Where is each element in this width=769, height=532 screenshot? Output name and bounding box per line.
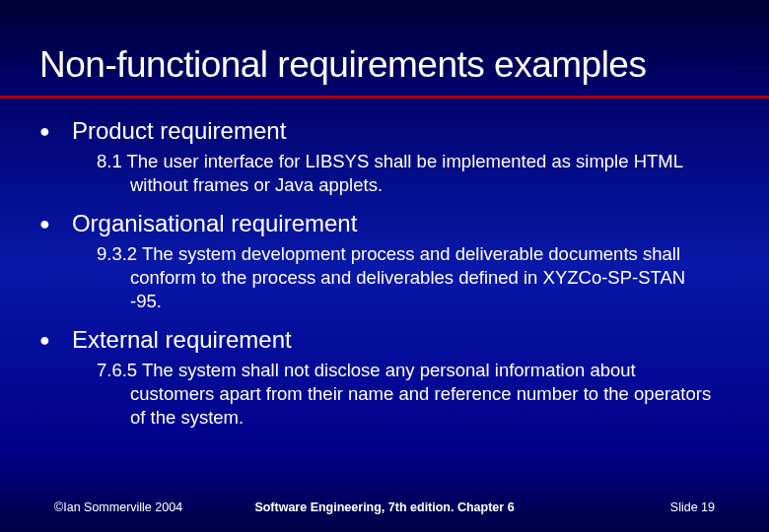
item-header: ● External requirement <box>39 325 730 355</box>
list-item: ● Organisational requirement 9.3.2 The s… <box>39 209 730 313</box>
list-item: ● Product requirement 8.1 The user inter… <box>39 116 730 197</box>
bullet-icon: ● <box>39 116 50 146</box>
slide-title: Non-functional requirements examples <box>39 44 730 96</box>
item-heading: Organisational requirement <box>72 209 358 238</box>
footer-right: Slide 19 <box>670 500 715 514</box>
slide: Non-functional requirements examples ● P… <box>0 0 769 532</box>
item-body: 7.6.5 The system shall not disclose any … <box>73 359 730 430</box>
item-header: ● Organisational requirement <box>39 209 730 238</box>
footer: ©Ian Sommerville 2004 Software Engineeri… <box>0 500 769 514</box>
item-heading: External requirement <box>72 325 292 355</box>
item-body: 8.1 The user interface for LIBSYS shall … <box>73 150 730 197</box>
list-item: ● External requirement 7.6.5 The system … <box>39 325 730 430</box>
footer-center: Software Engineering, 7th edition. Chapt… <box>254 500 514 514</box>
footer-left: ©Ian Sommerville 2004 <box>54 500 182 514</box>
title-block: Non-functional requirements examples <box>0 0 769 99</box>
bullet-icon: ● <box>39 325 50 355</box>
bullet-icon: ● <box>39 209 50 238</box>
item-heading: Product requirement <box>72 116 286 146</box>
content-area: ● Product requirement 8.1 The user inter… <box>0 99 769 430</box>
item-header: ● Product requirement <box>39 116 730 146</box>
item-body: 9.3.2 The system development process and… <box>73 242 730 313</box>
